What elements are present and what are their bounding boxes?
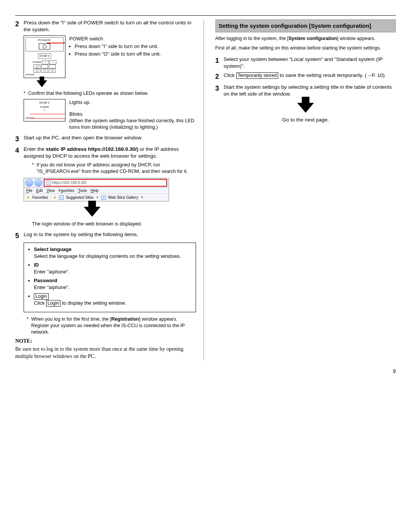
- step-text: Press down the "I" side of POWER switch …: [24, 19, 196, 33]
- next-page-text: Go to the next page.: [215, 117, 396, 123]
- star-icon: ★: [26, 195, 30, 200]
- arrow-down-icon: [215, 103, 396, 113]
- arrow-down-icon: [37, 80, 47, 87]
- r-step-1: 1 Select your system between "Local syst…: [215, 56, 396, 70]
- step-4: 4 Enter the static IP address https://19…: [15, 146, 196, 160]
- login-shown-text: The login window of the web browser is d…: [32, 220, 196, 227]
- led-diagram: DC48 V POWER + − STATUS Lights up. Blink…: [24, 99, 196, 131]
- step-number: 2: [15, 19, 24, 33]
- ie-icon: e: [101, 195, 106, 200]
- favorites-bar: ★ Favorites ★ e Suggested Sites▼ e Web S…: [24, 194, 169, 201]
- id-label: ID: [34, 262, 39, 268]
- first-login-note: * When you log in for the first time, th…: [27, 316, 196, 335]
- ie-icon: e: [59, 195, 64, 200]
- arrow-down-icon: [15, 207, 196, 217]
- star-icon: ★: [53, 195, 57, 200]
- step-2: 2 Press down the "I" side of POWER switc…: [15, 19, 196, 33]
- login-items-box: Select language Select the language for …: [24, 243, 196, 312]
- intro-para-2: First of all, make the setting on this w…: [215, 45, 396, 51]
- ip-search-note: * If you do not know your IP address ass…: [32, 162, 196, 175]
- power-switch-diagram: POWER DC48 V POWER + − STATUS POWER swit…: [24, 35, 196, 78]
- power-switch-callout: POWER switch Press down "I" side to turn…: [69, 35, 161, 58]
- note-heading: NOTE:: [15, 338, 196, 345]
- ie-icon: e: [46, 181, 51, 185]
- unit-figure-full: POWER DC48 V POWER + − STATUS: [24, 35, 65, 78]
- browser-menu: FileEditViewFavoritesToolsHelp: [24, 188, 169, 194]
- right-column: Setting the system configuration [System…: [215, 19, 396, 360]
- led-callout: Lights up. Blinks (When the system setti…: [69, 99, 196, 131]
- login-button[interactable]: Login: [34, 293, 49, 300]
- step-5: 5 Log in to the system by setting the fo…: [15, 231, 196, 240]
- address-bar: e https://192.168.0.30/: [44, 179, 167, 187]
- page-number: 9: [15, 368, 396, 375]
- r-step-3: 3 Start the system settings by selecting…: [215, 84, 396, 97]
- password-label: Password: [34, 278, 57, 283]
- select-language-label: Select language: [34, 246, 72, 252]
- login-button[interactable]: Login: [46, 300, 61, 307]
- led-confirm-note: * Confirm that the following LEDs operat…: [24, 90, 196, 97]
- back-icon: [25, 179, 33, 187]
- unit-figure-leds: DC48 V POWER + − STATUS: [24, 99, 65, 122]
- forward-icon: [35, 179, 42, 187]
- note-body: Be sure not to log in to the system more…: [15, 346, 196, 360]
- temporarily-stored-button[interactable]: Temporarily stored: [236, 72, 279, 79]
- r-step-2: 2 Click Temporarily stored to save the s…: [215, 72, 396, 81]
- section-heading: Setting the system configuration [System…: [215, 19, 396, 32]
- left-column: 2 Press down the "I" side of POWER switc…: [15, 19, 204, 360]
- browser-screenshot: e https://192.168.0.30/ FileEditViewFavo…: [24, 178, 169, 201]
- step-3: 3 Start up the PC, and then open the bro…: [15, 134, 196, 144]
- intro-para-1: After logging in to the system, the [Sys…: [215, 35, 396, 42]
